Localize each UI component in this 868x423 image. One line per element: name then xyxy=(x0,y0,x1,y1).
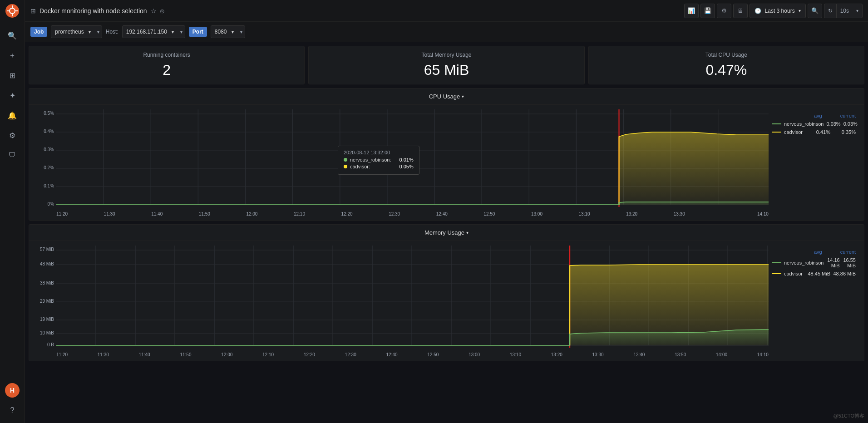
dashboard-title-area: ⊞ Docker monitoring with node selection … xyxy=(30,7,681,15)
shield-icon[interactable]: 🛡 xyxy=(3,146,21,164)
total-cpu-card: Total CPU Usage 0.47% xyxy=(588,46,864,84)
cpu-chart-title: CPU Usage ▾ xyxy=(429,93,464,100)
memory-legend-header: avg current xyxy=(772,249,856,255)
total-memory-value: 65 MiB xyxy=(424,62,469,79)
host-filter-label: Host: xyxy=(106,29,118,35)
legend-avg-cadvisor: 0.41% xyxy=(808,129,830,135)
svg-text:0.4%: 0.4% xyxy=(44,129,54,134)
legend-avg-nervous: 0.03% xyxy=(826,121,840,127)
memory-legend-item-nervous[interactable]: nervous_robinson 14.16 MiB 16.55 MiB xyxy=(772,257,856,268)
time-range-picker[interactable]: 🕐 Last 3 hours ▾ xyxy=(750,4,806,18)
dashboard-settings-button[interactable]: ⚙ xyxy=(717,4,731,18)
svg-text:29 MiB: 29 MiB xyxy=(40,299,54,304)
memory-legend-item-cadvisor[interactable]: cadvisor 48.45 MiB 48.86 MiB xyxy=(772,271,856,276)
zoom-out-button[interactable]: 🔍 xyxy=(808,4,822,18)
clock-icon: 🕐 xyxy=(755,8,761,14)
sidebar: 🔍 ＋ ⊞ ✦ 🔔 ⚙ 🛡 H ? xyxy=(0,0,25,423)
port-chevron-icon: ▾ xyxy=(232,30,234,34)
memory-chart-main: 11:2011:3011:4011:50 12:0012:1012:2012:3… xyxy=(56,246,769,361)
dashboard-icon[interactable]: ⊞ xyxy=(3,66,21,84)
help-icon[interactable]: ? xyxy=(3,401,21,419)
legend-current-label: current xyxy=(840,113,856,118)
svg-marker-34 xyxy=(56,202,769,205)
legend-item-nervous[interactable]: nervous_robinson 0.03% 0.03% xyxy=(772,121,856,127)
grid-icon: ⊞ xyxy=(30,7,36,15)
running-containers-value: 2 xyxy=(163,62,171,79)
memory-legend-current-cadvisor: 48.86 MiB xyxy=(833,271,856,276)
cpu-chart-chevron-icon[interactable]: ▾ xyxy=(462,94,464,99)
cpu-y-axis: 0.5% 0.4% 0.3% 0.2% 0.1% 0% xyxy=(34,109,56,220)
refresh-button-group: ↻ 10s ▾ xyxy=(824,4,863,18)
share-icon[interactable]: ⎋ xyxy=(160,7,164,15)
user-avatar[interactable]: H xyxy=(5,383,20,398)
dashboard-content: Running containers 2 Total Memory Usage … xyxy=(25,42,868,423)
memory-legend-avg-label: avg xyxy=(814,249,822,255)
memory-legend-avg-nervous: 14.16 MiB xyxy=(826,257,839,268)
time-range-label: Last 3 hours xyxy=(765,8,795,14)
legend-name-nervous: nervous_robinson xyxy=(784,121,824,127)
cpu-legend-header: avg current xyxy=(772,113,856,118)
cpu-x-axis: 11:2011:3011:4011:50 12:0012:1012:2012:3… xyxy=(56,211,769,220)
memory-y-axis: 57 MiB 48 MiB 38 MiB 29 MiB 19 MiB 10 Mi… xyxy=(34,246,56,361)
save-button[interactable]: 💾 xyxy=(700,4,715,18)
add-panel-button[interactable]: 📊 xyxy=(684,4,699,18)
port-filter-label: Port xyxy=(189,27,207,37)
tv-mode-button[interactable]: 🖥 xyxy=(733,4,748,18)
svg-text:0.1%: 0.1% xyxy=(44,183,54,188)
svg-text:10 MiB: 10 MiB xyxy=(40,330,54,335)
svg-text:0%: 0% xyxy=(48,202,54,207)
settings-icon[interactable]: ⚙ xyxy=(3,126,21,144)
svg-text:19 MiB: 19 MiB xyxy=(40,317,54,322)
total-cpu-title: Total CPU Usage xyxy=(705,52,747,58)
legend-item-cadvisor[interactable]: cadvisor 0.41% 0.35% xyxy=(772,129,856,135)
explore-icon[interactable]: ✦ xyxy=(3,86,21,104)
host-value: 192.168.171.150 xyxy=(126,29,167,35)
memory-legend-current-label: current xyxy=(840,249,856,255)
stats-row: Running containers 2 Total Memory Usage … xyxy=(29,46,864,84)
main-content: ⊞ Docker monitoring with node selection … xyxy=(25,0,868,423)
svg-text:0.2%: 0.2% xyxy=(44,165,54,170)
memory-legend-name-cadvisor: cadvisor xyxy=(784,271,805,276)
add-icon[interactable]: ＋ xyxy=(3,46,21,64)
job-select-wrapper: prometheus ▾ xyxy=(51,25,102,38)
alerting-icon[interactable]: 🔔 xyxy=(3,106,21,124)
refresh-interval[interactable]: 10s xyxy=(836,4,853,18)
star-icon[interactable]: ☆ xyxy=(151,7,157,15)
watermark: @51CTO博客 xyxy=(833,413,864,419)
svg-text:38 MiB: 38 MiB xyxy=(40,280,54,285)
host-select[interactable]: 192.168.171.150 ▾ xyxy=(122,25,185,38)
total-cpu-value: 0.47% xyxy=(705,62,747,79)
job-filter-label: Job xyxy=(30,27,47,37)
topbar: ⊞ Docker monitoring with node selection … xyxy=(25,0,868,22)
refresh-icon[interactable]: ↻ xyxy=(824,4,836,18)
memory-legend: avg current nervous_robinson 14.16 MiB 1… xyxy=(769,246,859,361)
running-containers-card: Running containers 2 xyxy=(29,46,305,84)
port-select[interactable]: 8080 ▾ xyxy=(211,25,245,38)
job-select[interactable]: prometheus ▾ xyxy=(51,25,102,38)
job-value: prometheus xyxy=(55,29,84,35)
filter-bar: Job prometheus ▾ Host: 192.168.171.150 ▾… xyxy=(25,22,868,42)
memory-chart-svg-container: 57 MiB 48 MiB 38 MiB 29 MiB 19 MiB 10 Mi… xyxy=(34,246,859,361)
memory-chart-body: 57 MiB 48 MiB 38 MiB 29 MiB 19 MiB 10 Mi… xyxy=(29,241,864,361)
legend-line-nervous xyxy=(772,123,781,124)
host-chevron-icon: ▾ xyxy=(172,30,174,34)
chevron-down-icon: ▾ xyxy=(799,8,801,13)
grafana-logo[interactable] xyxy=(5,4,20,18)
cpu-chart-header: CPU Usage ▾ xyxy=(29,89,864,105)
dashboard-title: Docker monitoring with node selection xyxy=(39,7,147,15)
memory-chart-header: Memory Usage ▾ xyxy=(29,225,864,241)
svg-text:48 MiB: 48 MiB xyxy=(40,261,54,266)
host-select-wrapper: 192.168.171.150 ▾ xyxy=(122,25,185,38)
legend-current-nervous: 0.03% xyxy=(843,121,858,127)
job-chevron-icon: ▾ xyxy=(89,30,91,34)
svg-text:0.5%: 0.5% xyxy=(44,111,54,116)
memory-chart-title: Memory Usage ▾ xyxy=(424,229,469,236)
memory-legend-line-cadvisor xyxy=(772,273,781,274)
refresh-chevron-icon[interactable]: ▾ xyxy=(853,4,862,18)
memory-legend-avg-cadvisor: 48.45 MiB xyxy=(808,271,830,276)
legend-avg-label: avg xyxy=(814,113,822,118)
search-icon[interactable]: 🔍 xyxy=(3,26,21,44)
memory-chart-chevron-icon[interactable]: ▾ xyxy=(466,230,469,235)
legend-line-cadvisor xyxy=(772,132,781,133)
port-select-wrapper: 8080 ▾ xyxy=(211,25,245,38)
